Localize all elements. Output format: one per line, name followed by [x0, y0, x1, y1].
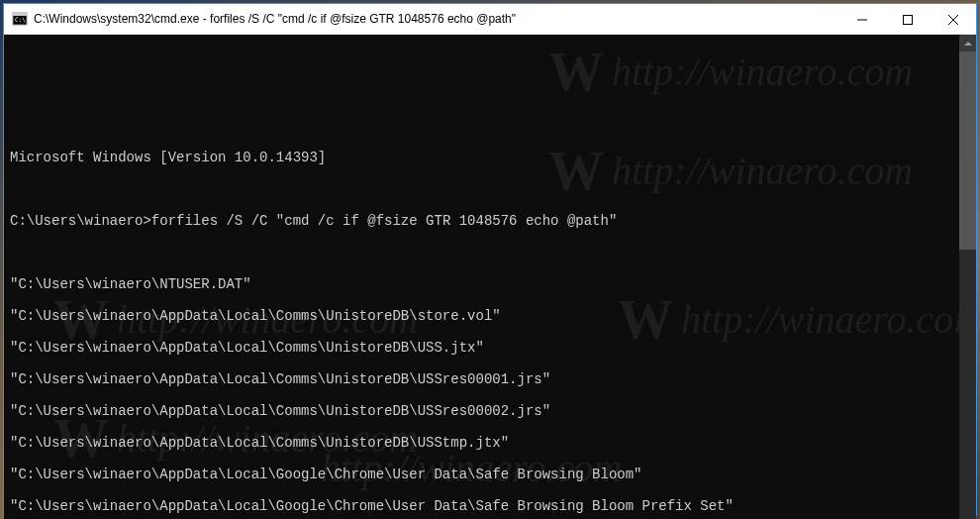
console-output[interactable]: Whttp://winaero.com Whttp://winaero.com … [4, 35, 959, 519]
output-line: "C:\Users\winaero\AppData\Local\Comms\Un… [10, 403, 953, 419]
console-area: Whttp://winaero.com Whttp://winaero.com … [4, 35, 976, 519]
close-button[interactable] [931, 4, 976, 35]
maximize-button[interactable] [885, 4, 931, 35]
output-line: "C:\Users\winaero\AppData\Local\Google\C… [10, 467, 953, 482]
command-line: C:\Users\winaero>forfiles /S /C "cmd /c … [10, 213, 953, 229]
output-line: "C:\Users\winaero\AppData\Local\Comms\Un… [10, 340, 953, 356]
scroll-thumb[interactable] [959, 52, 976, 250]
window-title: C:\Windows\system32\cmd.exe - forfiles /… [34, 12, 839, 26]
version-line: Microsoft Windows [Version 10.0.14393] [10, 150, 953, 165]
scroll-up-button[interactable] [959, 35, 976, 52]
watermark: Whttp://winaero.com [548, 64, 913, 80]
output-line: "C:\Users\winaero\AppData\Local\Comms\Un… [10, 371, 953, 387]
window-controls [839, 4, 976, 34]
watermark: Whttp://winaero.com [548, 163, 913, 179]
output-line: "C:\Users\winaero\NTUSER.DAT" [10, 276, 953, 292]
minimize-button[interactable] [839, 4, 885, 35]
titlebar[interactable]: C:\ C:\Windows\system32\cmd.exe - forfil… [4, 4, 976, 35]
prompt: C:\Users\winaero> [10, 213, 151, 229]
output-line: "C:\Users\winaero\AppData\Local\Comms\Un… [10, 435, 953, 451]
svg-rect-4 [904, 15, 913, 24]
vertical-scrollbar[interactable] [959, 35, 976, 519]
cmd-icon: C:\ [12, 11, 28, 27]
output-line: "C:\Users\winaero\AppData\Local\Google\C… [10, 498, 953, 514]
svg-text:C:\: C:\ [15, 16, 26, 23]
command-text: forfiles /S /C "cmd /c if @fsize GTR 104… [151, 213, 617, 229]
output-line: "C:\Users\winaero\AppData\Local\Comms\Un… [10, 308, 953, 324]
cmd-window: C:\ C:\Windows\system32\cmd.exe - forfil… [3, 3, 977, 516]
